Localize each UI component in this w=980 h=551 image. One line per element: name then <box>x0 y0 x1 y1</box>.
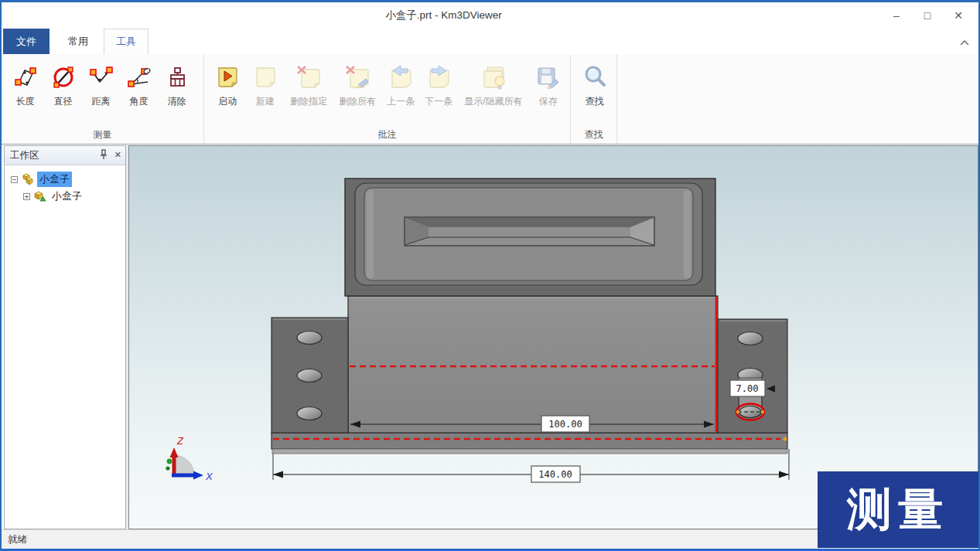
window-title: 小盒子.prt - Km3DViewer <box>2 9 886 22</box>
group-label-find: 查找 <box>571 128 616 141</box>
workspace-titlebar: 工作区 ✕ <box>5 146 125 165</box>
chevron-up-icon[interactable] <box>958 38 971 47</box>
note-save-icon <box>534 62 562 93</box>
dimension-label-100[interactable]: 100.00 <box>548 419 582 430</box>
measure-diameter-icon <box>50 62 77 93</box>
ribbon-group-find: 查找 查找 <box>571 54 617 144</box>
clear-button[interactable]: 清除 <box>158 60 196 108</box>
button-label: 显示/隐藏所有 <box>464 95 522 108</box>
button-label: 长度 <box>16 95 35 108</box>
ribbon-group-measure: 长度 直径 <box>2 54 204 144</box>
search-icon <box>581 62 609 93</box>
group-label-measure: 测量 <box>2 128 203 141</box>
note-delete-all-icon <box>343 62 371 93</box>
note-prev-icon <box>387 62 415 93</box>
annotation-prev-button[interactable]: 上一条 <box>382 60 420 108</box>
tab-tools[interactable]: 工具 <box>104 29 149 54</box>
button-label: 清除 <box>168 95 186 108</box>
button-label: 新建 <box>256 95 275 108</box>
ribbon-tab-row: 文件 常用 工具 <box>2 29 978 54</box>
app-window: 小盒子.prt - Km3DViewer – □ ✕ 文件 常用 工具 <box>0 0 980 551</box>
ribbon-group-annotation: 启动 新建 <box>204 54 571 144</box>
measure-angle-icon <box>125 62 153 93</box>
button-label: 删除指定 <box>290 95 327 108</box>
part-icon <box>33 190 46 202</box>
measure-length-icon <box>12 62 39 93</box>
note-next-icon <box>425 62 452 93</box>
button-label: 上一条 <box>387 95 415 108</box>
status-text: 就绪 <box>8 533 27 546</box>
button-label: 距离 <box>92 95 111 108</box>
group-label-annotation: 批注 <box>204 128 570 141</box>
titlebar: 小盒子.prt - Km3DViewer – □ ✕ <box>2 2 978 29</box>
button-label: 下一条 <box>425 95 452 108</box>
pin-icon[interactable] <box>99 149 108 160</box>
x-axis-label: X <box>205 471 213 482</box>
tree-node-label[interactable]: 小盒子 <box>37 172 72 187</box>
note-start-icon <box>213 62 241 93</box>
dimension-label-7[interactable]: 7.00 <box>736 383 759 394</box>
find-button[interactable]: 查找 <box>575 60 613 108</box>
note-showhide-icon <box>480 62 507 93</box>
distance-button[interactable]: 距离 <box>82 60 120 108</box>
tree-node-label[interactable]: 小盒子 <box>50 189 84 204</box>
maximize-button[interactable]: □ <box>912 5 943 26</box>
minimize-button[interactable]: – <box>881 5 912 26</box>
button-label: 直径 <box>54 95 73 108</box>
workspace-tree: − 小盒子 + 小盒子 <box>5 165 125 205</box>
tab-file[interactable]: 文件 <box>3 29 50 54</box>
button-label: 保存 <box>539 95 558 108</box>
close-button[interactable]: ✕ <box>943 5 974 26</box>
workspace-title: 工作区 <box>10 149 39 162</box>
y-axis-marker <box>167 459 172 464</box>
clear-brush-icon <box>163 62 191 93</box>
tree-row-child[interactable]: + 小盒子 <box>5 188 125 205</box>
annotation-delete-one-button[interactable]: 删除指定 <box>284 60 333 108</box>
button-label: 删除所有 <box>339 95 376 108</box>
collapse-expander-icon[interactable]: − <box>11 176 18 183</box>
annotation-next-button[interactable]: 下一条 <box>420 60 458 108</box>
annotation-new-button[interactable]: 新建 <box>247 60 285 108</box>
workspace-close-icon[interactable]: ✕ <box>114 149 121 160</box>
button-label: 查找 <box>586 95 604 108</box>
note-delete-one-icon <box>295 62 323 93</box>
annotation-showhide-button[interactable]: 显示/隐藏所有 <box>457 60 529 108</box>
measure-distance-icon <box>87 62 115 93</box>
ribbon: 长度 直径 <box>2 54 978 145</box>
assembly-icon <box>21 173 34 185</box>
measure-watermark: 测量 <box>818 471 978 548</box>
annotation-save-button[interactable]: 保存 <box>529 60 567 108</box>
tab-common[interactable]: 常用 <box>56 29 101 54</box>
annotation-start-button[interactable]: 启动 <box>209 60 247 108</box>
model-part[interactable] <box>271 179 787 454</box>
length-button[interactable]: 长度 <box>6 60 44 108</box>
window-controls: – □ ✕ <box>881 5 974 26</box>
dimension-label-140[interactable]: 140.00 <box>538 469 572 480</box>
button-label: 角度 <box>130 95 149 108</box>
diameter-button[interactable]: 直径 <box>44 60 82 108</box>
button-label: 启动 <box>218 95 237 108</box>
workspace-panel: 工作区 ✕ − 小盒 <box>4 145 126 529</box>
annotation-delete-all-button[interactable]: 删除所有 <box>333 60 382 108</box>
tree-row-root[interactable]: − 小盒子 <box>5 171 125 188</box>
z-axis-label: Z <box>176 435 184 447</box>
note-new-icon <box>251 62 279 93</box>
expand-expander-icon[interactable]: + <box>23 193 30 200</box>
angle-button[interactable]: 角度 <box>120 60 158 108</box>
